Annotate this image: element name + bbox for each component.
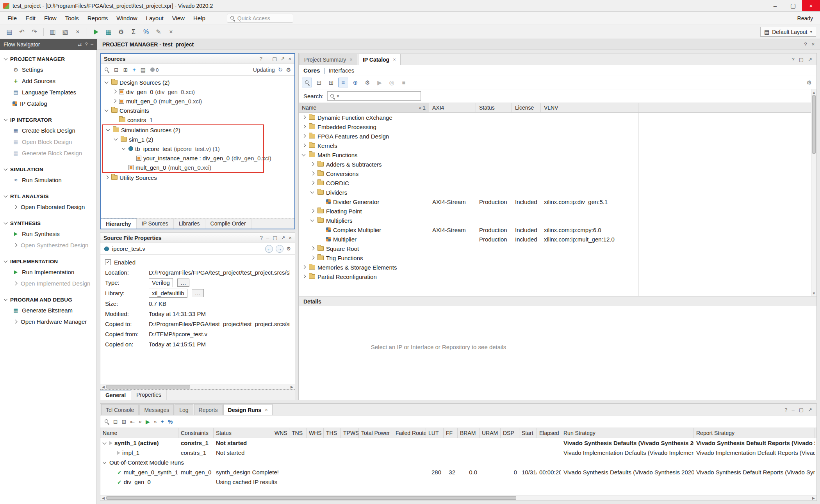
scroll-thumb[interactable] — [106, 496, 516, 500]
maximize-icon[interactable]: ↗ — [281, 235, 285, 241]
tab-tcl-console[interactable]: Tcl Console — [101, 404, 139, 415]
column-header-report_strategy[interactable]: Report Strategy — [694, 428, 815, 438]
tab-reports[interactable]: Reports — [194, 404, 223, 415]
ip-catalog-row[interactable]: Kernels — [299, 141, 816, 150]
expander-icon[interactable] — [121, 146, 127, 151]
expander-icon[interactable] — [301, 143, 307, 148]
menu-item-flow[interactable]: Flow — [40, 13, 61, 23]
dock-icon[interactable]: ⇄ — [78, 42, 82, 47]
column-header-whs[interactable]: WHS — [307, 428, 324, 438]
property-field[interactable]: xil_defaultlib — [149, 289, 187, 298]
properties-hscrollbar[interactable]: ◀ ▶ — [100, 384, 295, 389]
enabled-checkbox[interactable]: ✓ — [105, 259, 111, 265]
minimize-button[interactable]: – — [766, 0, 784, 11]
ip-catalog-row[interactable]: Math Functions — [299, 150, 816, 160]
design-run-row[interactable]: ✓mult_gen_0_synth_1mult_gen_0synth_desig… — [100, 467, 816, 477]
column-header-uram[interactable]: URAM — [480, 428, 501, 438]
collapse-all-icon[interactable]: ⊟ — [314, 78, 324, 87]
ip-catalog-row[interactable]: Dividers — [299, 188, 816, 197]
scroll-right-icon[interactable]: ▶ — [289, 385, 295, 389]
scroll-up-icon[interactable]: ▲ — [812, 89, 816, 95]
flow-section-header[interactable]: SIMULATION — [0, 164, 96, 174]
column-header-wns[interactable]: WNS — [272, 428, 289, 438]
tab-libraries[interactable]: Libraries — [174, 218, 205, 229]
flow-item-generate-bitstream[interactable]: Generate Bitstream — [0, 305, 96, 316]
run-icon[interactable]: ▶ — [374, 78, 385, 87]
maximize-button[interactable]: ▢ — [784, 0, 802, 11]
tab-project-summary[interactable]: Project Summary× — [299, 54, 357, 65]
expander-icon[interactable] — [12, 281, 18, 286]
expander-icon[interactable] — [310, 171, 315, 176]
refresh-icon[interactable]: ↻ — [278, 66, 283, 73]
help-icon[interactable]: ? — [792, 57, 795, 62]
flow-item-settings[interactable]: Settings — [0, 64, 96, 75]
expand-all-icon[interactable]: ⊞ — [326, 78, 336, 87]
undo-icon[interactable]: ↶ — [16, 27, 27, 37]
tab-general[interactable]: General — [100, 390, 131, 400]
column-header-start[interactable]: Start — [519, 428, 537, 438]
launch-runs-icon[interactable]: ▶ — [146, 419, 150, 425]
ip-catalog-row[interactable]: Embedded Processing — [299, 122, 816, 131]
column-header-ff[interactable]: FF — [444, 428, 458, 438]
column-header-run_strategy[interactable]: Run Strategy — [561, 428, 694, 438]
source-tree-row[interactable]: mult_gen_0 (mult_gen_0.xci) — [102, 96, 294, 106]
dashboard-icon[interactable]: ▦ — [103, 27, 114, 37]
expander-icon[interactable] — [310, 246, 315, 251]
menu-item-file[interactable]: File — [3, 13, 21, 23]
tab-ip-sources[interactable]: IP Sources — [137, 218, 174, 229]
taxonomy-view-icon[interactable]: ≡ — [338, 78, 348, 87]
expander-icon[interactable] — [102, 440, 107, 446]
scroll-thumb[interactable] — [812, 95, 816, 154]
ip-catalog-row[interactable]: FPGA Features and Design — [299, 131, 816, 141]
close-icon[interactable]: × — [393, 57, 396, 62]
expander-icon[interactable] — [3, 56, 9, 62]
copy-icon[interactable]: ▥ — [47, 27, 58, 37]
expander-icon[interactable] — [113, 137, 119, 142]
ip-catalog-row[interactable]: Complex MultiplierAXI4-StreamProductionI… — [299, 225, 816, 234]
report-icon[interactable]: ▤ — [141, 67, 146, 73]
tab-design-runs[interactable]: Design Runs× — [223, 404, 273, 415]
menu-item-tools[interactable]: Tools — [61, 13, 83, 23]
ip-catalog-row[interactable]: Partial Reconfiguration — [299, 272, 816, 281]
forward-icon[interactable]: → — [276, 245, 283, 253]
design-run-row[interactable]: ✓div_gen_0Using cached IP results — [100, 477, 816, 487]
expander-icon[interactable] — [301, 133, 307, 139]
float-icon[interactable]: ▢ — [272, 56, 277, 62]
column-header-failed_routes[interactable]: Failed Routes — [393, 428, 426, 438]
expander-icon[interactable] — [112, 98, 117, 104]
ip-search-input[interactable]: ▾ — [327, 91, 421, 101]
help-icon[interactable]: ? — [804, 41, 807, 47]
tab-properties[interactable]: Properties — [131, 390, 167, 400]
expander-icon[interactable] — [301, 152, 307, 158]
column-header-dsp[interactable]: DSP — [501, 428, 519, 438]
scroll-right-icon[interactable]: ▶ — [811, 496, 816, 500]
column-header-license[interactable]: License — [512, 103, 541, 112]
design-run-row[interactable]: Out-of-Context Module Runs — [100, 458, 816, 467]
expander-icon[interactable] — [3, 297, 9, 302]
expander-icon[interactable] — [301, 115, 307, 120]
close-icon[interactable]: × — [288, 56, 291, 62]
flow-item-run-synthesis[interactable]: Run Synthesis — [0, 228, 96, 240]
source-tree-row[interactable]: sim_1 (2) — [103, 135, 263, 144]
layout-selector[interactable]: ▤ Default Layout ▾ — [760, 27, 816, 37]
ip-catalog-row[interactable]: Divider GeneratorAXI4-StreamProductionIn… — [299, 197, 816, 206]
float-icon[interactable]: ▢ — [799, 407, 804, 413]
scroll-left-icon[interactable]: ◀ — [100, 496, 106, 500]
breadcrumb-cores[interactable]: Cores — [303, 67, 320, 74]
ip-catalog-row[interactable]: Floating Point — [299, 206, 816, 216]
expander-icon[interactable] — [12, 204, 18, 210]
tab-ip-catalog[interactable]: IP Catalog× — [358, 54, 401, 65]
expand-all-icon[interactable]: ⊞ — [123, 67, 128, 73]
flow-item-language-templates[interactable]: Language Templates — [0, 87, 96, 98]
menu-item-reports[interactable]: Reports — [83, 13, 112, 23]
settings-gear-icon[interactable]: ⚙ — [807, 79, 813, 86]
tab-hierarchy[interactable]: Hierarchy — [101, 218, 137, 229]
flow-item-open-hardware-manager[interactable]: Open Hardware Manager — [0, 316, 96, 327]
wrench-icon[interactable]: ⚙ — [362, 78, 373, 87]
paste-icon[interactable]: ▧ — [60, 27, 71, 37]
menu-item-view[interactable]: View — [168, 13, 189, 23]
ip-catalog-row[interactable]: Multipliers — [299, 216, 816, 225]
column-header-elapsed[interactable]: Elapsed — [537, 428, 561, 438]
source-tree-row[interactable]: Design Sources (2) — [102, 78, 294, 87]
minimize-icon[interactable]: – — [266, 235, 269, 241]
